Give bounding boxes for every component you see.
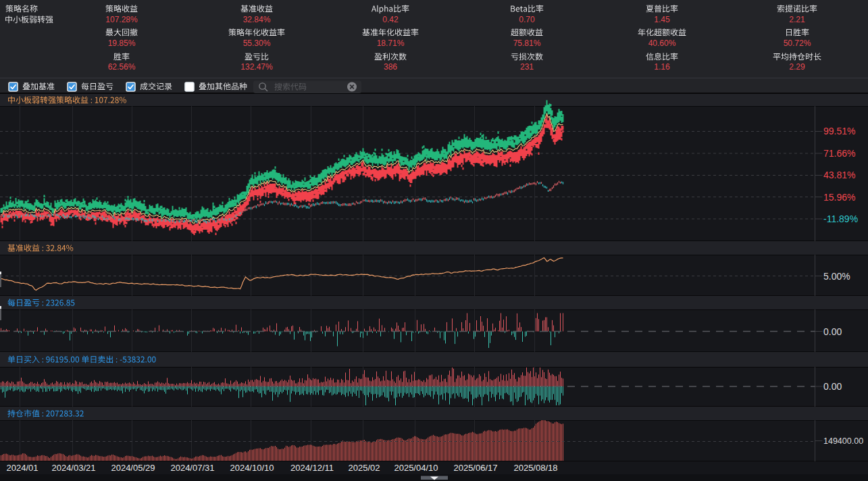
svg-text:2025/06/17: 2025/06/17 (453, 463, 497, 473)
svg-text:2024/05/29: 2024/05/29 (111, 463, 155, 473)
svg-text:0.70: 0.70 (519, 15, 535, 24)
svg-text:40.60%: 40.60% (648, 39, 676, 48)
svg-text:107.28%: 107.28% (105, 15, 138, 24)
svg-text:1.16: 1.16 (654, 62, 670, 72)
svg-text:2025/04/10: 2025/04/10 (394, 463, 438, 473)
svg-text:55.30%: 55.30% (243, 39, 271, 48)
svg-text:2.29: 2.29 (789, 62, 805, 72)
svg-text:0.00: 0.00 (823, 381, 842, 392)
svg-text:99.51%: 99.51% (823, 126, 855, 136)
svg-text:62.56%: 62.56% (108, 62, 136, 72)
svg-text:32.84%: 32.84% (243, 15, 271, 24)
svg-text:386: 386 (384, 62, 397, 72)
svg-text:149400.00: 149400.00 (823, 436, 863, 446)
svg-text:43.81%: 43.81% (823, 170, 855, 180)
svg-text:50.72%: 50.72% (784, 39, 811, 48)
svg-text:2024/12/11: 2024/12/11 (290, 463, 334, 473)
svg-text:71.66%: 71.66% (823, 148, 855, 159)
svg-text:2024/01: 2024/01 (7, 463, 39, 473)
svg-text:132.47%: 132.47% (240, 62, 273, 72)
svg-text:15.96%: 15.96% (823, 192, 855, 203)
svg-text:19.85%: 19.85% (108, 39, 136, 48)
svg-text:5.00%: 5.00% (823, 271, 850, 282)
svg-text:0.00: 0.00 (823, 326, 842, 337)
svg-text:2024/03/21: 2024/03/21 (51, 463, 95, 473)
svg-text:-11.89%: -11.89% (823, 213, 858, 224)
svg-text:231: 231 (520, 62, 534, 72)
svg-text:2025/08/18: 2025/08/18 (513, 463, 557, 473)
svg-text:18.71%: 18.71% (377, 39, 405, 48)
svg-text:2024/10/10: 2024/10/10 (230, 463, 274, 473)
svg-text:2.21: 2.21 (789, 15, 805, 24)
svg-text:1.45: 1.45 (654, 15, 670, 24)
svg-text:75.81%: 75.81% (513, 39, 541, 48)
svg-text:2025/02: 2025/02 (349, 463, 380, 473)
svg-text:0.42: 0.42 (382, 15, 399, 24)
svg-text:2024/07/31: 2024/07/31 (170, 463, 214, 473)
